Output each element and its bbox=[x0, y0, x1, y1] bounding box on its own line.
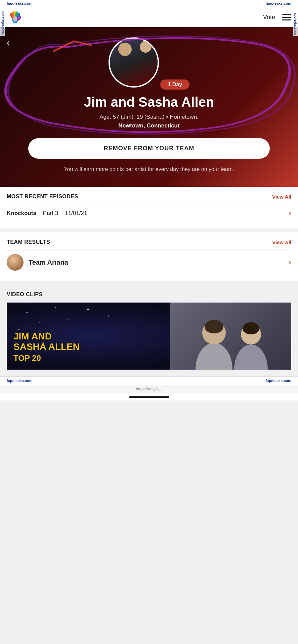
svg-point-14 bbox=[67, 319, 68, 320]
watermark-top-bar: fapoleaks.com fapoleaks.com bbox=[0, 0, 298, 7]
nav-bar: Vote bbox=[0, 7, 298, 27]
photo-placeholder bbox=[110, 39, 158, 86]
vote-label[interactable]: Vote bbox=[263, 14, 275, 21]
watermark-top-left: fapoleaks.com bbox=[7, 1, 32, 5]
episodes-title: MOST RECENT EPISODES bbox=[7, 194, 78, 200]
team-avatar bbox=[7, 254, 24, 271]
episode-part: Part 3 bbox=[43, 210, 58, 217]
svg-point-7 bbox=[13, 16, 17, 22]
earn-points-text: You will earn more points per artist for… bbox=[7, 165, 291, 173]
watermark-bottom-left: fapoleaks.com bbox=[7, 379, 32, 383]
artist-details-line1: Age: 57 (Jim), 19 (Sasha) • Hometown: bbox=[99, 114, 199, 120]
video-title-line1: JIM AND bbox=[13, 331, 80, 342]
episode-info: Knockouts Part 3 11/01/21 bbox=[7, 210, 289, 217]
svg-point-26 bbox=[205, 320, 223, 333]
svg-point-11 bbox=[55, 307, 56, 308]
svg-point-18 bbox=[128, 306, 129, 306]
artist-details: Age: 57 (Jim), 19 (Sasha) • Hometown: Ne… bbox=[7, 113, 291, 130]
episode-row[interactable]: Knockouts Part 3 11/01/21 › bbox=[7, 205, 291, 222]
team-results-section: TEAM RESULTS View All Team Ariana › bbox=[0, 232, 298, 281]
episodes-view-all[interactable]: View All bbox=[272, 194, 291, 200]
episodes-section: MOST RECENT EPISODES View All Knockouts … bbox=[0, 187, 298, 228]
artist-photo-container bbox=[109, 37, 159, 88]
watermark-side-left: fapoleaks.com bbox=[0, 10, 5, 36]
bottom-nav bbox=[0, 393, 298, 400]
hamburger-line-2 bbox=[282, 17, 291, 18]
team-results-title: TEAM RESULTS bbox=[7, 239, 50, 245]
svg-point-22 bbox=[196, 343, 232, 370]
svg-point-13 bbox=[87, 309, 89, 310]
hero-section: ‹ 1 Day Jim and Sasha Allen Age: 57 (Jim… bbox=[0, 27, 298, 187]
hamburger-line-1 bbox=[282, 14, 291, 15]
url-text: https://onlyfa... bbox=[136, 387, 162, 391]
remove-from-team-button[interactable]: REMOVE FROM YOUR TEAM bbox=[28, 138, 270, 159]
svg-point-10 bbox=[27, 312, 28, 313]
team-avatar-image bbox=[7, 254, 24, 271]
svg-point-17 bbox=[108, 316, 109, 317]
person-head-older bbox=[118, 43, 132, 56]
artist-details-line2: Newtown, Connecticut bbox=[118, 122, 179, 129]
team-chevron-icon: › bbox=[289, 258, 291, 267]
video-clips-title: VIDEO CLIPS bbox=[7, 291, 291, 298]
svg-point-27 bbox=[243, 322, 259, 334]
video-clips-section: VIDEO CLIPS bbox=[0, 285, 298, 376]
svg-point-24 bbox=[234, 344, 268, 370]
video-text-overlay: JIM AND SASHA ALLEN TOP 20 bbox=[13, 331, 80, 363]
video-subtitle: TOP 20 bbox=[13, 354, 80, 363]
episodes-header: MOST RECENT EPISODES View All bbox=[7, 194, 291, 200]
hamburger-line-3 bbox=[282, 19, 291, 20]
team-row[interactable]: Team Ariana › bbox=[7, 250, 291, 274]
video-people-svg bbox=[170, 303, 291, 370]
watermark-bottom-right: fapoleaks.com bbox=[266, 379, 291, 383]
video-thumbnail[interactable]: JIM AND SASHA ALLEN TOP 20 bbox=[7, 303, 291, 370]
watermark-side-right: fapoleaks.com bbox=[293, 10, 298, 36]
nav-right: Vote bbox=[263, 14, 291, 21]
watermark-top-right: fapoleaks.com bbox=[266, 1, 291, 5]
svg-point-12 bbox=[39, 322, 40, 323]
person-head-younger bbox=[140, 41, 152, 53]
url-bar: https://onlyfa... bbox=[0, 385, 298, 393]
days-badge: 1 Day bbox=[160, 79, 189, 90]
svg-point-15 bbox=[18, 329, 19, 330]
episode-chevron-icon: › bbox=[289, 209, 291, 218]
back-arrow[interactable]: ‹ bbox=[7, 37, 10, 48]
team-name: Team Ariana bbox=[29, 259, 284, 266]
team-results-view-all[interactable]: View All bbox=[272, 239, 291, 245]
artist-photo-circle bbox=[109, 37, 159, 88]
hamburger-menu[interactable] bbox=[282, 14, 291, 20]
episode-label: Knockouts bbox=[7, 210, 36, 217]
home-indicator bbox=[129, 396, 169, 398]
artist-name: Jim and Sasha Allen bbox=[7, 95, 291, 109]
video-title-line2: SASHA ALLEN bbox=[13, 342, 80, 352]
video-people-bg bbox=[170, 303, 291, 370]
nbc-logo[interactable] bbox=[7, 10, 24, 24]
watermark-bottom-bar: fapoleaks.com fapoleaks.com bbox=[0, 376, 298, 385]
team-results-header: TEAM RESULTS View All bbox=[7, 239, 291, 245]
nbc-peacock-icon bbox=[7, 10, 24, 24]
episode-date: 11/01/21 bbox=[65, 210, 87, 217]
